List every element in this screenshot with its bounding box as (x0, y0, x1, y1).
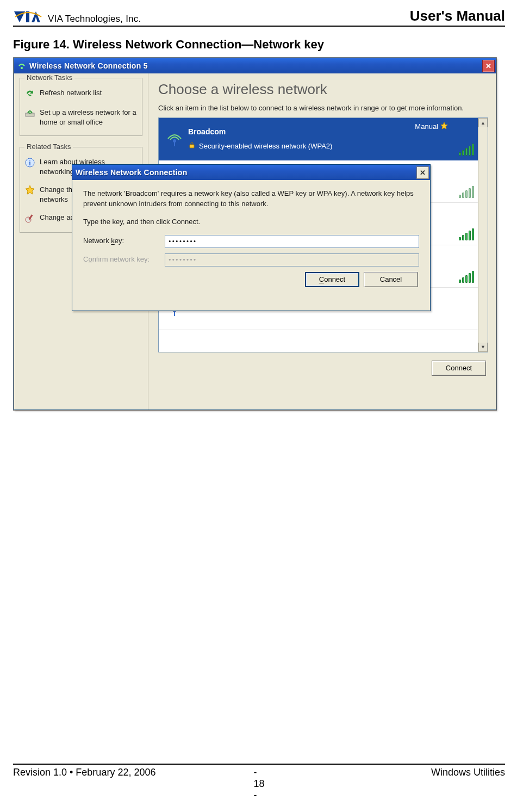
dialog-message-2: Type the key, and then click Connect. (83, 217, 419, 227)
svg-rect-9 (174, 141, 175, 146)
network-item-broadcom[interactable]: Broadcom Security-enabled wireless netwo… (159, 118, 478, 160)
wifi-antenna-icon (161, 129, 188, 148)
confirm-key-label: Confirm network key: (83, 255, 165, 265)
signal-strength-icon (459, 142, 474, 156)
svg-rect-15 (174, 311, 175, 316)
network-key-dialog: Wireless Network Connection ✕ The networ… (72, 164, 431, 311)
related-tasks-title: Related Tasks (24, 142, 73, 151)
dialog-title: Wireless Network Connection (76, 168, 416, 177)
close-button[interactable]: ✕ (482, 60, 495, 72)
network-security: Security-enabled wireless network (WPA2) (188, 141, 474, 151)
screenshot-wrapper: Wireless Network Connection 5 ✕ Network … (13, 57, 497, 411)
figure-caption: Figure 14. Wireless Network Connection—N… (13, 38, 505, 52)
signal-strength-icon (459, 185, 474, 198)
dialog-connect-button[interactable]: CConnectonnect (305, 272, 359, 287)
network-tasks-group: Network Tasks Refresh network list Set (20, 78, 142, 136)
info-icon: i (24, 157, 35, 168)
document-footer: Revision 1.0 • February 22, 2006 - 18 - … (13, 764, 505, 801)
document-header: VIA Technologies, Inc. User's Manual (13, 8, 505, 27)
close-icon: ✕ (420, 169, 426, 176)
refresh-icon (24, 88, 35, 99)
wifi-title-icon (17, 61, 26, 70)
network-key-row: Network key: (83, 235, 419, 248)
svg-point-1 (21, 67, 23, 69)
dialog-titlebar[interactable]: Wireless Network Connection ✕ (72, 165, 430, 180)
setup-network-icon (24, 108, 35, 119)
via-logo-icon (13, 10, 43, 24)
connect-button[interactable]: Connect (432, 361, 486, 376)
task-setup-wireless-network[interactable]: Set up a wireless network for a home or … (24, 108, 138, 127)
choose-network-heading: Choose a wireless network (158, 81, 488, 98)
main-window-titlebar[interactable]: Wireless Network Connection 5 ✕ (14, 58, 496, 73)
manual-title: User's Manual (410, 8, 505, 24)
dialog-message-1: The network 'Broadcom' requires a networ… (83, 189, 419, 209)
footer-revision: Revision 1.0 • February 22, 2006 (13, 767, 253, 801)
confirm-key-row: Confirm network key: (83, 253, 419, 266)
scrollbar[interactable]: ▲ ▼ (478, 118, 488, 352)
settings-icon (24, 213, 35, 224)
network-key-label: Network key: (83, 236, 165, 246)
close-icon: ✕ (485, 63, 491, 70)
footer-section: Windows Utilities (265, 767, 505, 801)
bottom-button-bar: Connect (158, 356, 488, 381)
dialog-button-row: CConnectonnect Cancel (83, 272, 419, 287)
company-name: VIA Technologies, Inc. (48, 14, 141, 24)
lock-icon (188, 141, 196, 151)
network-tasks-title: Network Tasks (24, 73, 74, 82)
svg-point-3 (29, 113, 31, 114)
choose-network-subtext: Click an item in the list below to conne… (158, 103, 488, 113)
scroll-up-button[interactable]: ▲ (478, 118, 488, 127)
signal-strength-icon (459, 270, 474, 283)
network-key-input[interactable] (165, 235, 419, 248)
dialog-cancel-button[interactable]: Cancel (364, 272, 418, 287)
confirm-key-input (165, 253, 419, 266)
signal-strength-icon (459, 227, 474, 240)
dialog-body: The network 'Broadcom' requires a networ… (72, 180, 430, 295)
scroll-down-button[interactable]: ▼ (478, 343, 488, 352)
dialog-close-button[interactable]: ✕ (416, 166, 429, 179)
main-window-title: Wireless Network Connection 5 (29, 61, 482, 70)
svg-rect-10 (190, 145, 194, 148)
footer-page-number: - 18 - (253, 767, 264, 801)
network-tag-manual: Manual (415, 122, 448, 131)
task-refresh-network-list[interactable]: Refresh network list (24, 88, 138, 99)
star-icon (24, 185, 35, 196)
